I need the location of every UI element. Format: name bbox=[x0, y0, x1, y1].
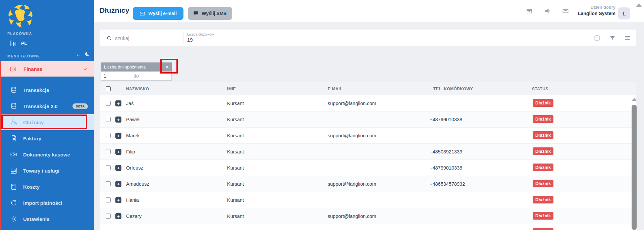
table-row[interactable]: + Cezary Kursant support@langlion.com Dł… bbox=[100, 208, 636, 224]
sidebar-item-faktury[interactable]: Faktury bbox=[1, 130, 94, 146]
cell-status: Dłużnik bbox=[533, 212, 553, 220]
column-header-imie[interactable]: IMIĘ bbox=[227, 82, 236, 95]
expand-row-button[interactable]: + bbox=[115, 181, 121, 187]
envelope-icon[interactable] bbox=[562, 8, 569, 14]
sidebar-item-dokumenty-kasowe[interactable]: Dokumenty kasowe bbox=[1, 146, 94, 163]
megaphone-icon[interactable] bbox=[544, 8, 551, 14]
table-row[interactable]: + Hania Kursant Dłużnik bbox=[100, 192, 636, 208]
status-badge: Dłużnik bbox=[533, 115, 553, 123]
sidebar-item-import-p-atno-ci[interactable]: Import płatności bbox=[1, 195, 94, 211]
column-header-nazwisko[interactable]: NAZWISKO bbox=[126, 82, 149, 95]
cell-tel: +48503921333 bbox=[430, 144, 462, 160]
table-row[interactable]: + Dłużnik bbox=[100, 224, 636, 230]
sidebar-item-finanse[interactable]: Finanse bbox=[1, 61, 94, 77]
cash-icon bbox=[10, 151, 17, 158]
search-wrap bbox=[106, 30, 175, 46]
dark-mode-moon-icon[interactable] bbox=[84, 51, 90, 57]
sidebar-nav: TransakcjeTransakcje 2.0BETADłużnicyFakt… bbox=[1, 82, 94, 227]
table-scroll-up-arrow[interactable] bbox=[632, 98, 637, 101]
sidebar-item-label: Transakcje 2.0 bbox=[23, 103, 58, 109]
table-scrollbar-thumb[interactable] bbox=[632, 105, 637, 230]
cell-status: Dłużnik bbox=[533, 131, 553, 139]
expand-row-button[interactable]: + bbox=[115, 149, 121, 155]
page-scroll-up-arrow[interactable] bbox=[636, 3, 642, 7]
expand-row-button[interactable]: + bbox=[115, 133, 121, 139]
cell-imie: Kursant bbox=[227, 111, 244, 128]
select-all-checkbox[interactable] bbox=[106, 86, 111, 91]
cell-status: Dłużnik bbox=[533, 164, 553, 171]
select-all-icon[interactable] bbox=[594, 35, 600, 41]
expand-row-button[interactable]: + bbox=[115, 165, 121, 171]
row-checkbox[interactable] bbox=[106, 117, 111, 122]
sidebar-item-transakcje[interactable]: Transakcje bbox=[1, 82, 94, 98]
placowka-section-label: PLACÓWKA bbox=[7, 32, 32, 36]
row-checkbox[interactable] bbox=[106, 214, 111, 219]
table-row[interactable]: + Filip Kursant +48503921333 Dłużnik bbox=[100, 144, 636, 160]
branch-label: PL bbox=[21, 41, 27, 46]
cell-status: Dłużnik bbox=[533, 115, 553, 123]
cell-nazwisko: Filip bbox=[126, 144, 135, 160]
avatar[interactable]: L bbox=[618, 7, 630, 19]
sidebar-item-transakcje-2-0[interactable]: Transakcje 2.0BETA bbox=[1, 98, 94, 114]
cell-status: Dłużnik bbox=[533, 180, 553, 187]
cell-email: support@langlion.com bbox=[328, 208, 376, 224]
sidebar-item-branch-pl[interactable]: PL bbox=[9, 40, 27, 47]
collapse-sidebar-icon[interactable]: ← bbox=[76, 51, 82, 57]
expand-row-button[interactable]: + bbox=[115, 100, 121, 106]
toolbar-card: Liczba dłużników 19 bbox=[100, 30, 636, 46]
status-badge: Dłużnik bbox=[533, 99, 553, 107]
row-checkbox[interactable] bbox=[106, 133, 111, 138]
row-checkbox[interactable] bbox=[106, 181, 111, 186]
cell-tel: +486534578932 bbox=[430, 176, 465, 192]
cell-email: support@langlion.com bbox=[328, 176, 376, 192]
chevron-down-icon bbox=[83, 66, 88, 72]
table-row[interactable]: + Orfeusz Kursant +48799010338 Dłużnik bbox=[100, 160, 636, 176]
row-checkbox[interactable] bbox=[106, 101, 111, 106]
expand-row-button[interactable]: + bbox=[115, 197, 121, 203]
sidebar-item-towary-i-us-ugi[interactable]: Towary i usługi bbox=[1, 163, 94, 179]
cell-nazwisko: Hania bbox=[126, 192, 139, 208]
tray-icon[interactable] bbox=[526, 8, 533, 14]
cell-nazwisko: Cezary bbox=[126, 208, 142, 224]
user-greeting: Dzień dobry Langlion System bbox=[578, 4, 615, 16]
annotation-box-sidebar-dluznicy bbox=[1, 114, 87, 129]
column-header-status[interactable]: STATUS bbox=[532, 82, 548, 95]
search-icon bbox=[106, 35, 112, 41]
row-checkbox[interactable] bbox=[106, 165, 111, 170]
days-from-input[interactable] bbox=[101, 73, 121, 79]
debtors-table: NAZWISKO IMIĘ E-MAIL TEL. KOMÓRKOWY STAT… bbox=[100, 82, 636, 230]
list-menu-icon[interactable] bbox=[624, 35, 631, 41]
sidebar-item-label: Transakcje bbox=[23, 87, 49, 93]
cell-nazwisko: Orfeusz bbox=[126, 160, 143, 176]
table-row[interactable]: + Paweł Kursant +48799010338 Dłużnik bbox=[100, 111, 636, 128]
send-sms-button[interactable]: Wyślij SMS bbox=[188, 7, 232, 20]
column-header-email[interactable]: E-MAIL bbox=[328, 82, 342, 95]
cell-tel: +48799010338 bbox=[430, 160, 462, 176]
cell-status: Dłużnik bbox=[533, 228, 553, 230]
filter-icon[interactable] bbox=[609, 35, 616, 41]
cell-imie: Kursant bbox=[227, 128, 244, 144]
row-checkbox[interactable] bbox=[106, 197, 111, 202]
divider bbox=[218, 32, 218, 44]
cell-status: Dłużnik bbox=[533, 99, 553, 107]
sidebar-item-ustawienia[interactable]: Ustawienia bbox=[1, 211, 94, 227]
send-email-button[interactable]: Wyślij e-mail bbox=[133, 7, 183, 20]
cell-imie: Kursant bbox=[227, 144, 244, 160]
sidebar-item-label: Faktury bbox=[23, 136, 41, 141]
table-row[interactable]: + Amadeusz Kursant support@langlion.com … bbox=[100, 176, 636, 192]
envelope-icon bbox=[140, 11, 145, 16]
row-checkbox[interactable] bbox=[106, 149, 111, 154]
main-menu-section-label: MENU GŁÓWNE bbox=[7, 54, 40, 58]
table-row[interactable]: + Marek Kursant support@langlion.com Dłu… bbox=[100, 128, 636, 144]
beta-badge: BETA bbox=[72, 103, 88, 109]
column-header-tel[interactable]: TEL. KOMÓRKOWY bbox=[433, 82, 473, 95]
cell-email: support@langlion.com bbox=[328, 128, 376, 144]
table-row[interactable]: + Jaś Kursant support@langlion.com Dłużn… bbox=[100, 95, 636, 111]
speech-bubble-icon bbox=[193, 11, 199, 16]
search-input[interactable] bbox=[115, 35, 175, 41]
expand-row-button[interactable]: + bbox=[115, 117, 121, 123]
sidebar-item-koszty[interactable]: Koszty bbox=[1, 179, 94, 195]
cell-status: Dłużnik bbox=[533, 147, 553, 155]
expand-row-button[interactable]: + bbox=[115, 213, 121, 219]
cell-nazwisko: Paweł bbox=[126, 111, 140, 128]
